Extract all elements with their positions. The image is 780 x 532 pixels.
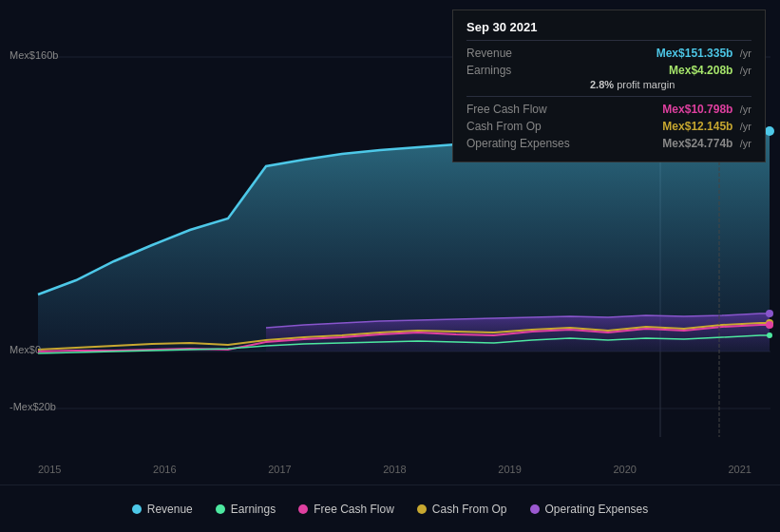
tooltip-opex-label: Operating Expenses [466, 137, 590, 150]
tooltip-cashfromop-label: Cash From Op [466, 120, 590, 133]
svg-point-5 [765, 126, 774, 136]
tooltip-fcf-unit: /yr [740, 104, 751, 115]
tooltip-opex-row: Operating Expenses Mex$24.774b /yr [466, 135, 751, 152]
legend-earnings[interactable]: Earnings [216, 503, 276, 516]
tooltip-revenue-row: Revenue Mex$151.335b /yr [466, 45, 751, 62]
tooltip-fcf-value: Mex$10.798b [662, 103, 732, 116]
tooltip-revenue-label: Revenue [466, 47, 590, 60]
tooltip-earnings-row: Earnings Mex$4.208b /yr [466, 62, 751, 79]
x-label-2021: 2021 [728, 464, 751, 483]
y-axis-neg: -Mex$20b [10, 401, 56, 412]
legend-revenue-label: Revenue [147, 503, 193, 516]
tooltip-opex-value: Mex$24.774b [662, 137, 732, 150]
tooltip-revenue-value: Mex$151.335b [656, 47, 733, 60]
legend-revenue-dot [132, 504, 142, 514]
tooltip-cashfromop-row: Cash From Op Mex$12.145b /yr [466, 118, 751, 135]
svg-point-8 [766, 321, 773, 329]
legend-earnings-label: Earnings [231, 503, 276, 516]
y-axis-zero: Mex$0 [10, 344, 41, 355]
tooltip-earnings-unit: /yr [740, 65, 751, 76]
legend-cashfromop-dot [417, 504, 427, 514]
legend-fcf-dot [298, 504, 308, 514]
legend-opex-dot [530, 504, 540, 514]
x-axis: 2015 2016 2017 2018 2019 2020 2021 [0, 464, 780, 483]
x-label-2016: 2016 [153, 464, 176, 483]
legend-bar: Revenue Earnings Free Cash Flow Cash Fro… [0, 484, 780, 532]
x-label-2020: 2020 [613, 464, 636, 483]
svg-point-9 [767, 332, 772, 338]
tooltip-box: Sep 30 2021 Revenue Mex$151.335b /yr Ear… [452, 10, 766, 162]
legend-revenue[interactable]: Revenue [132, 503, 193, 516]
x-label-2015: 2015 [38, 464, 61, 483]
tooltip-date: Sep 30 2021 [466, 20, 751, 34]
x-label-2018: 2018 [383, 464, 406, 483]
legend-earnings-dot [216, 504, 225, 514]
legend-fcf[interactable]: Free Cash Flow [298, 503, 394, 516]
legend-opex-label: Operating Expenses [545, 503, 649, 516]
legend-opex[interactable]: Operating Expenses [530, 503, 649, 516]
tooltip-earnings-label: Earnings [466, 64, 590, 77]
tooltip-fcf-label: Free Cash Flow [466, 103, 590, 116]
tooltip-earnings-value: Mex$4.208b [669, 64, 732, 77]
tooltip-revenue-unit: /yr [740, 48, 751, 59]
x-label-2017: 2017 [268, 464, 291, 483]
tooltip-cashfromop-unit: /yr [740, 121, 751, 132]
legend-cashfromop-label: Cash From Op [432, 503, 507, 516]
legend-cashfromop[interactable]: Cash From Op [417, 503, 507, 516]
tooltip-profit-margin: 2.8% profit margin [466, 79, 751, 92]
y-axis-top: Mex$160b [10, 49, 58, 61]
tooltip-opex-unit: /yr [740, 138, 751, 149]
x-label-2019: 2019 [498, 464, 521, 483]
tooltip-fcf-row: Free Cash Flow Mex$10.798b /yr [466, 101, 751, 118]
tooltip-cashfromop-value: Mex$12.145b [662, 120, 732, 133]
svg-point-6 [766, 310, 773, 317]
legend-fcf-label: Free Cash Flow [314, 503, 394, 516]
